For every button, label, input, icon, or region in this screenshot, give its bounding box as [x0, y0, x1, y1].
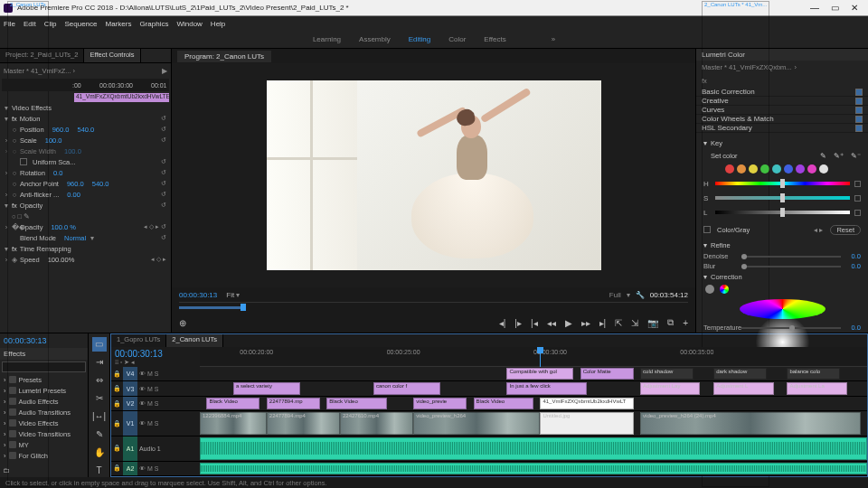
add-marker-icon[interactable]: ⊕ — [179, 318, 186, 328]
window-title: Adobe Premiere Pro CC 2018 - D:\Aliona\L… — [17, 4, 805, 12]
speed-value[interactable]: 100.00% — [48, 256, 75, 264]
program-monitor-panel: Program: 2_Canon LUTs 00:00:30:13 Fit▾ F… — [172, 49, 696, 333]
eyedropper-icon[interactable]: ✎ — [820, 152, 826, 160]
antiflicker-value[interactable]: 0.00 — [67, 191, 80, 199]
denoise-slider[interactable] — [741, 256, 841, 258]
ec-clip-name[interactable]: 2_Canon LUTs — [7, 63, 49, 333]
color-swatch[interactable] — [819, 164, 828, 174]
menu-sequence[interactable]: Sequence — [64, 20, 97, 28]
anchor-y[interactable]: 540.0 — [92, 180, 109, 188]
blur-slider[interactable] — [741, 266, 841, 267]
position-y[interactable]: 540.0 — [77, 126, 94, 134]
menu-help[interactable]: Help — [211, 20, 225, 28]
timeline-panel: 1_Gopro LUTs 2_Canon LUTs 00:00:30:13 ⁞⁞… — [110, 333, 868, 477]
hand-tool[interactable]: ✋ — [92, 445, 107, 459]
play-button[interactable]: ▶ — [565, 318, 572, 328]
track-v2[interactable]: Black Video 22477894.mp Black Video vide… — [200, 397, 867, 411]
color-wheel[interactable] — [740, 299, 826, 319]
program-scrubber[interactable] — [179, 302, 688, 313]
timeline-ruler[interactable]: 00:00:20:00 00:00:25:00 00:00:30:00 00:0… — [200, 347, 867, 367]
pen-tool[interactable]: ✎ — [92, 427, 107, 441]
sequence-tab-2[interactable]: 2_Canon LUTs — [166, 334, 223, 347]
rotation-value[interactable]: 0.0 — [53, 169, 62, 177]
window-close-button[interactable]: ✕ — [844, 3, 864, 13]
track-select-tool[interactable]: ⇥ — [92, 355, 107, 370]
ec-mini-ruler[interactable]: :00 00:00:30:00 00:01 — [2, 79, 169, 91]
eyedropper-add-icon[interactable]: ✎⁺ — [834, 152, 844, 160]
lumetri-color-panel: Lumetri Color Master * 41_VmlFxZXQxbm...… — [696, 49, 868, 333]
track-a2[interactable] — [200, 462, 867, 476]
go-to-in-icon[interactable]: |◂ — [531, 318, 538, 328]
razor-tool[interactable]: ✂ — [92, 391, 107, 406]
track-v1[interactable]: 122396884.mp4 22477894.mp4 22427610.mp4 … — [200, 411, 867, 436]
track-v4[interactable]: Compatible with gol Color Matte cold sha… — [200, 367, 867, 381]
lum-slider[interactable] — [715, 209, 850, 216]
step-fwd-icon[interactable]: ▸▸ — [581, 318, 590, 328]
mark-out-icon[interactable]: |▸ — [514, 318, 522, 328]
sequence-timecode[interactable]: 00:00:30:13 — [115, 349, 196, 359]
ec-clip-path: Master * 41_VmlFxZ... › 2_Canon LUTs ▶ — [2, 65, 169, 77]
blend-mode-select[interactable]: Normal — [64, 234, 86, 242]
workspace-color[interactable]: Color — [448, 35, 466, 43]
color-swatch[interactable] — [807, 164, 816, 174]
reset-icon[interactable]: ↺ — [161, 115, 166, 122]
sequence-duration: 00:03:54:12 — [650, 291, 688, 299]
workspace-editing[interactable]: Editing — [409, 35, 430, 43]
program-monitor[interactable] — [267, 80, 601, 270]
sat-slider[interactable] — [715, 194, 850, 202]
selection-tool[interactable]: ▭ — [92, 337, 107, 352]
effect-controls-panel: Project: 2_Paid_LUTs_2 Effect Controls M… — [0, 49, 172, 333]
workspace-learning[interactable]: Learning — [313, 35, 341, 43]
step-back-icon[interactable]: ◂◂ — [547, 318, 556, 328]
color-swatch[interactable] — [784, 164, 793, 174]
tab-effect-controls[interactable]: Effect Controls — [84, 49, 140, 62]
window-minimize-button[interactable]: — — [805, 3, 825, 13]
sequence-tab-1[interactable]: 1_Gopro LUTs — [111, 334, 166, 347]
transport-controls: ⊕ ◂| |▸ |◂ ◂◂ ▶ ▸▸ ▸| ⇱ ⇲ 📷 ⧉ + — [172, 313, 695, 333]
workspace-effects[interactable]: Effects — [484, 35, 505, 43]
add-button-icon[interactable]: + — [683, 318, 688, 328]
ec-clip-bar[interactable]: 41_VmlFxZXQxbmtUb2kxdHVwLTEy.mov — [74, 93, 169, 102]
mark-in-icon[interactable]: ◂| — [499, 318, 506, 328]
program-tab[interactable]: Program: 2_Canon LUTs — [177, 51, 271, 62]
eyedropper-sub-icon[interactable]: ✎⁻ — [851, 152, 861, 160]
export-frame-icon[interactable]: 📷 — [647, 318, 658, 328]
extract-icon[interactable]: ⇲ — [631, 318, 638, 328]
temperature-slider[interactable] — [741, 327, 841, 329]
tool-palette: ▭ ⇥ ⇔ ✂ |↔| ✎ ✋ T — [89, 333, 110, 477]
menu-window[interactable]: Window — [176, 20, 202, 28]
track-a1[interactable] — [200, 436, 867, 462]
reset-button[interactable]: Reset — [830, 225, 861, 235]
position-x[interactable]: 960.0 — [52, 126, 70, 134]
color-swatch[interactable] — [796, 164, 805, 174]
ripple-tool[interactable]: ⇔ — [92, 373, 107, 388]
workspace-overflow[interactable]: » — [552, 35, 555, 43]
zoom-fit[interactable]: Fit — [226, 291, 234, 299]
window-maximize-button[interactable]: ▭ — [825, 3, 844, 13]
color-swatch[interactable] — [772, 164, 781, 174]
opacity-value[interactable]: 100.0 % — [51, 223, 76, 231]
go-to-out-icon[interactable]: ▸| — [599, 318, 607, 328]
type-tool[interactable]: T — [92, 463, 107, 477]
track-v3[interactable]: a select variety canon color f In just a… — [200, 381, 867, 396]
workspace-assembly[interactable]: Assembly — [359, 35, 391, 43]
menu-markers[interactable]: Markers — [106, 20, 132, 28]
slip-tool[interactable]: |↔| — [92, 409, 107, 424]
anchor-x[interactable]: 960.0 — [67, 180, 84, 188]
wrench-icon[interactable]: 🔧 — [636, 291, 645, 299]
compare-icon[interactable]: ⧉ — [667, 317, 674, 328]
program-timecode[interactable]: 00:00:30:13 — [179, 291, 217, 299]
lift-icon[interactable]: ⇱ — [615, 318, 622, 328]
hue-slider[interactable] — [715, 180, 850, 187]
menu-graphics[interactable]: Graphics — [139, 20, 168, 28]
